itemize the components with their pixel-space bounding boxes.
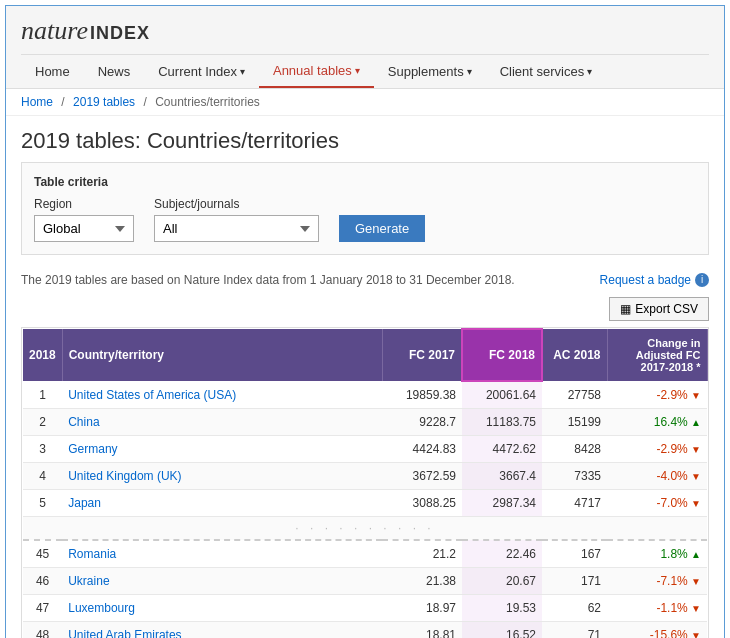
info-icon: i — [695, 273, 709, 287]
nav-annual-tables[interactable]: Annual tables ▾ — [259, 55, 374, 88]
cell-fc2017: 18.81 — [382, 622, 462, 639]
arrow-down-icon: ▼ — [691, 498, 701, 509]
cell-country: United States of America (USA) — [62, 381, 382, 409]
country-link[interactable]: Japan — [68, 496, 101, 510]
cell-rank: 47 — [23, 595, 62, 622]
cell-ac2018: 7335 — [542, 463, 607, 490]
cell-change: -7.0% ▼ — [607, 490, 707, 517]
cell-ac2018: 171 — [542, 568, 607, 595]
arrow-up-icon: ▲ — [691, 549, 701, 560]
cell-country: China — [62, 409, 382, 436]
cell-country: Germany — [62, 436, 382, 463]
logo-nature: nature — [21, 16, 88, 46]
arrow-down-icon: ▼ — [691, 630, 701, 638]
cell-ac2018: 167 — [542, 540, 607, 568]
cell-fc2018: 11183.75 — [462, 409, 542, 436]
cell-change: 16.4% ▲ — [607, 409, 707, 436]
breadcrumb: Home / 2019 tables / Countries/territori… — [6, 89, 724, 116]
cell-fc2018: 16.52 — [462, 622, 542, 639]
cell-fc2017: 9228.7 — [382, 409, 462, 436]
cell-fc2018: 4472.62 — [462, 436, 542, 463]
cell-fc2018: 2987.34 — [462, 490, 542, 517]
request-badge-label: Request a badge — [600, 273, 691, 287]
table-row: 47 Luxembourg 18.97 19.53 62 -1.1% ▼ — [23, 595, 707, 622]
subject-label: Subject/journals — [154, 197, 319, 211]
cell-fc2018: 20061.64 — [462, 381, 542, 409]
breadcrumb-sep: / — [61, 95, 64, 109]
chevron-down-icon: ▾ — [240, 66, 245, 77]
cell-ac2018: 62 — [542, 595, 607, 622]
nav-news[interactable]: News — [84, 55, 145, 88]
header: nature INDEX Home News Current Index ▾ A… — [6, 6, 724, 89]
region-select[interactable]: Global Asia Europe Americas — [34, 215, 134, 242]
cell-country: United Arab Emirates — [62, 622, 382, 639]
cell-fc2017: 21.2 — [382, 540, 462, 568]
subject-field: Subject/journals All Chemistry Earth & E… — [154, 197, 319, 242]
cell-rank: 2 — [23, 409, 62, 436]
main-nav: Home News Current Index ▾ Annual tables … — [21, 54, 709, 88]
cell-rank: 45 — [23, 540, 62, 568]
nav-home[interactable]: Home — [21, 55, 84, 88]
cell-fc2017: 19859.38 — [382, 381, 462, 409]
nav-current-index[interactable]: Current Index ▾ — [144, 55, 259, 88]
subject-select[interactable]: All Chemistry Earth & Environmental Life… — [154, 215, 319, 242]
generate-button[interactable]: Generate — [339, 215, 425, 242]
table-row: 1 United States of America (USA) 19859.3… — [23, 381, 707, 409]
arrow-down-icon: ▼ — [691, 390, 701, 401]
logo-index: INDEX — [90, 23, 150, 44]
cell-rank: 5 — [23, 490, 62, 517]
export-csv-label: Export CSV — [635, 302, 698, 316]
arrow-down-icon: ▼ — [691, 603, 701, 614]
region-field: Region Global Asia Europe Americas — [34, 197, 134, 242]
criteria-title: Table criteria — [34, 175, 696, 189]
cell-rank: 1 — [23, 381, 62, 409]
country-link[interactable]: Romania — [68, 547, 116, 561]
cell-fc2017: 21.38 — [382, 568, 462, 595]
table-row: 3 Germany 4424.83 4472.62 8428 -2.9% ▼ — [23, 436, 707, 463]
cell-rank: 3 — [23, 436, 62, 463]
col-header-fc2018: FC 2018 — [462, 329, 542, 381]
breadcrumb-current: Countries/territories — [155, 95, 260, 109]
country-link[interactable]: United Kingdom (UK) — [68, 469, 181, 483]
table-row: 5 Japan 3088.25 2987.34 4717 -7.0% ▼ — [23, 490, 707, 517]
criteria-row: Region Global Asia Europe Americas Subje… — [34, 197, 696, 242]
breadcrumb-home[interactable]: Home — [21, 95, 53, 109]
page-title: 2019 tables: Countries/territories — [6, 116, 724, 162]
cell-fc2018: 3667.4 — [462, 463, 542, 490]
cell-fc2018: 22.46 — [462, 540, 542, 568]
cell-fc2017: 3088.25 — [382, 490, 462, 517]
country-link[interactable]: Luxembourg — [68, 601, 135, 615]
country-link[interactable]: United Arab Emirates — [68, 628, 181, 638]
cell-fc2018: 20.67 — [462, 568, 542, 595]
arrow-down-icon: ▼ — [691, 576, 701, 587]
cell-change: 1.8% ▲ — [607, 540, 707, 568]
cell-country: Luxembourg — [62, 595, 382, 622]
cell-ac2018: 15199 — [542, 409, 607, 436]
nav-supplements[interactable]: Supplements ▾ — [374, 55, 486, 88]
cell-ac2018: 8428 — [542, 436, 607, 463]
table-row-ellipsis: · · · · · · · · · · — [23, 517, 707, 541]
col-header-country: Country/territory — [62, 329, 382, 381]
cell-rank: 48 — [23, 622, 62, 639]
country-link[interactable]: Germany — [68, 442, 117, 456]
info-row: The 2019 tables are based on Nature Inde… — [6, 267, 724, 293]
table-row: 4 United Kingdom (UK) 3672.59 3667.4 733… — [23, 463, 707, 490]
info-text: The 2019 tables are based on Nature Inde… — [21, 273, 515, 287]
cell-country: Ukraine — [62, 568, 382, 595]
export-row: ▦ Export CSV — [6, 293, 724, 327]
cell-fc2017: 3672.59 — [382, 463, 462, 490]
region-label: Region — [34, 197, 134, 211]
arrow-down-icon: ▼ — [691, 444, 701, 455]
cell-change: -1.1% ▼ — [607, 595, 707, 622]
cell-country: Japan — [62, 490, 382, 517]
nav-client-services[interactable]: Client services ▾ — [486, 55, 607, 88]
breadcrumb-2019-tables[interactable]: 2019 tables — [73, 95, 135, 109]
cell-fc2017: 4424.83 — [382, 436, 462, 463]
country-link[interactable]: United States of America (USA) — [68, 388, 236, 402]
table-row: 2 China 9228.7 11183.75 15199 16.4% ▲ — [23, 409, 707, 436]
country-link[interactable]: Ukraine — [68, 574, 109, 588]
arrow-down-icon: ▼ — [691, 471, 701, 482]
export-csv-button[interactable]: ▦ Export CSV — [609, 297, 709, 321]
country-link[interactable]: China — [68, 415, 99, 429]
request-badge[interactable]: Request a badge i — [600, 273, 709, 287]
